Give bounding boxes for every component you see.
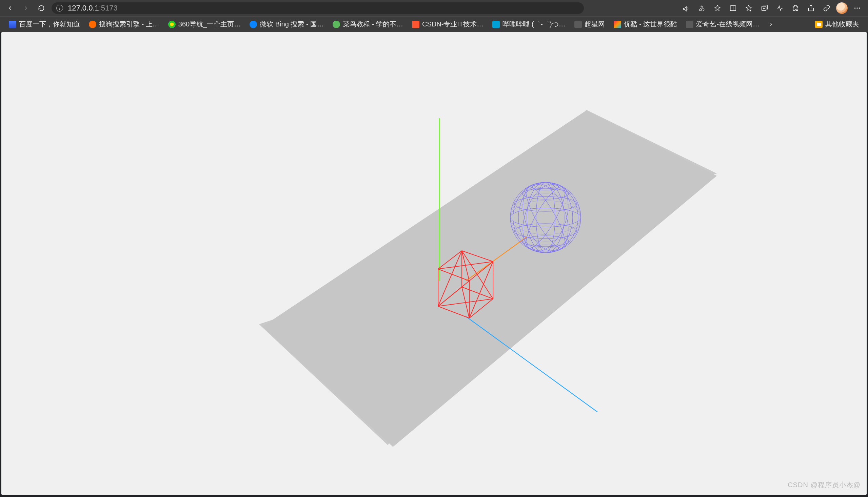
bookmark-label: 微软 Bing 搜索 - 国… [260, 20, 324, 29]
bookmark-label: CSDN-专业IT技术… [422, 20, 483, 29]
bookmark-label: 百度一下，你就知道 [19, 20, 80, 29]
watermark-text: CSDN @程序员小杰@ [788, 480, 860, 489]
bookmark-label: 优酷 - 这世界很酷 [624, 20, 677, 29]
bookmark-label: 搜狗搜索引擎 - 上… [99, 20, 160, 29]
bookmark-item[interactable]: 360导航_一个主页… [164, 18, 245, 31]
bookmark-favicon [250, 21, 257, 28]
browser-toolbar: i 127.0.0.1:5173 あ [0, 0, 868, 16]
bookmark-overflow-icon[interactable] [764, 22, 778, 27]
translate-icon[interactable]: あ [694, 1, 709, 15]
folder-icon [815, 21, 823, 28]
collections-icon[interactable] [757, 1, 772, 15]
svg-point-3 [856, 8, 857, 9]
bookmark-item[interactable]: 搜狗搜索引擎 - 上… [85, 18, 163, 31]
bookmark-label: 哔哩哔哩 (゜-゜)つ… [502, 20, 566, 29]
site-info-icon[interactable]: i [56, 5, 63, 12]
svg-point-2 [854, 8, 855, 9]
forward-button[interactable] [19, 1, 32, 15]
url-host: 127.0.0.1 [68, 4, 99, 12]
favorite-star-icon[interactable] [710, 1, 725, 15]
bookmark-item[interactable]: 菜鸟教程 - 学的不… [329, 18, 407, 31]
bookmark-favicon [614, 21, 621, 28]
extensions-icon[interactable] [788, 1, 803, 15]
scene-svg [1, 32, 867, 495]
bookmark-favicon [412, 21, 419, 28]
bookmark-favicon [574, 21, 582, 28]
profile-avatar[interactable] [836, 2, 848, 14]
bookmark-favicon [89, 21, 96, 28]
bookmark-item[interactable]: CSDN-专业IT技术… [408, 18, 487, 31]
bookmark-item[interactable]: 超星网 [570, 18, 609, 31]
more-menu-icon[interactable] [850, 1, 865, 15]
url-port: :5173 [99, 4, 118, 12]
other-bookmarks-folder[interactable]: 其他收藏夹 [811, 18, 863, 31]
bookmark-label: 超星网 [584, 20, 605, 29]
split-screen-icon[interactable] [726, 1, 741, 15]
bookmark-bar: 百度一下，你就知道搜狗搜索引擎 - 上…360导航_一个主页…微软 Bing 搜… [0, 16, 868, 32]
share-icon[interactable] [803, 1, 818, 15]
back-button[interactable] [3, 1, 17, 15]
other-bookmarks-label: 其他收藏夹 [825, 20, 859, 29]
bookmark-item[interactable]: 爱奇艺-在线视频网… [682, 18, 763, 31]
address-bar[interactable]: i 127.0.0.1:5173 [52, 2, 584, 14]
bookmark-favicon [686, 21, 693, 28]
ground-plane-shape [262, 111, 717, 447]
svg-point-4 [859, 8, 860, 9]
bookmark-item[interactable]: 哔哩哔哩 (゜-゜)つ… [488, 18, 570, 31]
bookmark-favicon [333, 21, 340, 28]
bookmark-favicon [492, 21, 500, 28]
link-icon[interactable] [819, 1, 834, 15]
bookmark-favicon [168, 21, 176, 28]
bookmark-label: 爱奇艺-在线视频网… [696, 20, 759, 29]
bookmark-label: 360导航_一个主页… [178, 20, 241, 29]
three-js-canvas[interactable]: CSDN @程序员小杰@ [1, 32, 867, 495]
bookmark-label: 菜鸟教程 - 学的不… [343, 20, 403, 29]
bookmark-favicon [9, 21, 16, 28]
bookmark-item[interactable]: 百度一下，你就知道 [5, 18, 84, 31]
read-aloud-icon[interactable] [679, 1, 694, 15]
refresh-button[interactable] [35, 1, 48, 15]
performance-icon[interactable] [772, 1, 787, 15]
favorites-list-icon[interactable] [741, 1, 756, 15]
bookmark-item[interactable]: 微软 Bing 搜索 - 国… [246, 18, 328, 31]
toolbar-right-icons: あ [679, 1, 865, 15]
bookmark-item[interactable]: 优酷 - 这世界很酷 [610, 18, 681, 31]
